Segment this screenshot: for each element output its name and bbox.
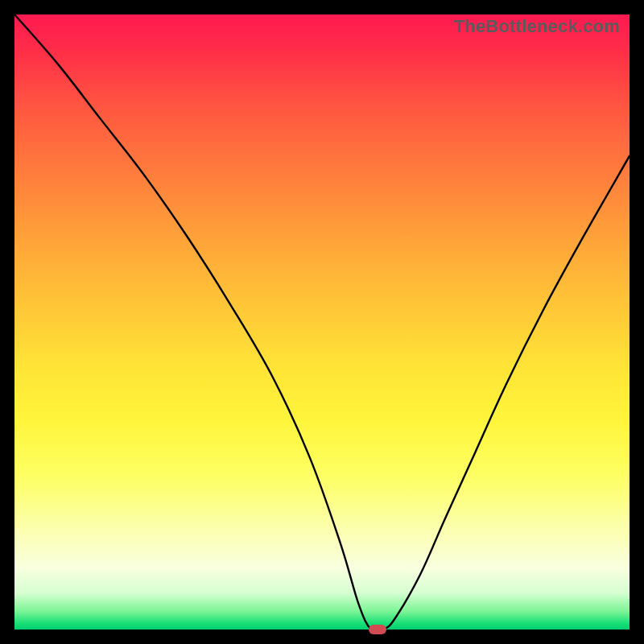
watermark-text: TheBottleneck.com — [454, 16, 620, 37]
chart-frame: TheBottleneck.com — [0, 0, 644, 644]
bottleneck-curve — [14, 14, 630, 630]
plot-area: TheBottleneck.com — [14, 14, 630, 630]
optimum-marker — [369, 625, 386, 634]
